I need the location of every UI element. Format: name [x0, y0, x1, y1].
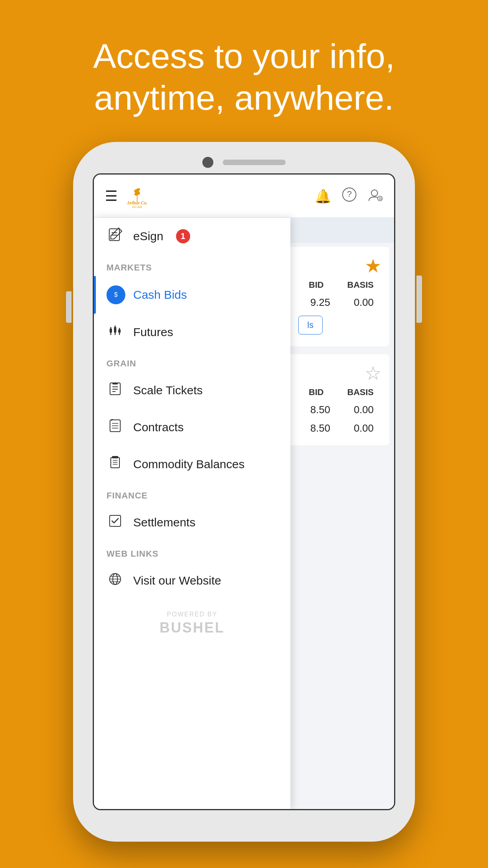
phone-screen: ☰ Arthur Co. est.1906 🔔 — [93, 173, 395, 810]
svg-point-8 — [371, 190, 378, 196]
favorite-star-empty[interactable]: ☆ — [365, 362, 382, 384]
svg-text:?: ? — [347, 189, 352, 199]
svg-text:⚙: ⚙ — [378, 197, 382, 201]
phone-top — [202, 157, 286, 168]
scale-tickets-icon — [106, 381, 124, 399]
view-details-button[interactable]: ls — [298, 316, 323, 335]
sidebar-item-commodity-balances[interactable]: Commodity Balances — [94, 446, 290, 483]
svg-rect-21 — [118, 329, 121, 333]
app-bar-left: ☰ Arthur Co. est.1906 — [105, 184, 157, 208]
esign-icon — [106, 227, 124, 245]
sidebar-item-settlements[interactable]: Settlements — [94, 504, 290, 541]
commodity-balances-icon — [106, 455, 124, 473]
favorite-star-filled[interactable]: ★ — [365, 255, 382, 277]
sidebar-item-contracts[interactable]: Contracts — [94, 409, 290, 446]
powered-by-brand: BUSHEL — [160, 620, 225, 636]
section-label-finance: FINANCE — [94, 483, 290, 504]
headline-line1: Access to your info, — [93, 37, 395, 75]
svg-text:Arthur Co.: Arthur Co. — [127, 200, 147, 206]
sidebar-item-futures[interactable]: Futures — [94, 314, 290, 351]
settlements-label: Settlements — [133, 516, 195, 529]
contracts-label: Contracts — [133, 421, 183, 434]
notification-button[interactable]: 🔔 — [315, 188, 331, 204]
basis-column-header: BASIS — [347, 280, 374, 290]
futures-icon — [106, 323, 124, 341]
bid-value-2b: 8.50 — [310, 422, 330, 434]
settlements-icon — [106, 513, 124, 531]
headline: Access to your info, anytime, anywhere. — [0, 0, 488, 142]
headline-line2: anytime, anywhere. — [94, 78, 394, 117]
section-label-web-links: WEB LINKS — [94, 541, 290, 562]
active-indicator — [94, 276, 96, 314]
scale-tickets-label: Scale Tickets — [133, 384, 203, 397]
sidebar-item-esign[interactable]: eSign 1 — [94, 218, 290, 255]
bid-value-1: 9.25 — [310, 296, 330, 309]
phone-mockup: ☰ Arthur Co. est.1906 🔔 — [73, 142, 415, 842]
basis-value-2b: 0.00 — [354, 422, 374, 434]
website-label: Visit our Website — [133, 574, 221, 587]
section-label-grain: GRAIN — [94, 351, 290, 372]
basis-column-header-2: BASIS — [347, 387, 374, 397]
svg-text:est.1906: est.1906 — [132, 205, 142, 208]
menu-icon[interactable]: ☰ — [105, 188, 117, 204]
sidebar-item-cash-bids[interactable]: $ Cash Bids — [94, 276, 290, 314]
screen-body: 5 AM ★ BID BASIS 9.25 0.00 — [94, 218, 394, 809]
account-settings-button[interactable]: ⚙ — [367, 188, 383, 205]
price-card-1: ★ BID BASIS 9.25 0.00 ls — [283, 247, 389, 346]
app-logo: Arthur Co. est.1906 — [117, 184, 157, 208]
powered-by: POWERED BY BUSHEL — [94, 599, 290, 644]
bid-column-header: BID — [309, 280, 324, 290]
cash-bids-label: Cash Bids — [133, 288, 187, 302]
esign-label: eSign — [133, 230, 163, 243]
cash-bids-icon: $ — [106, 285, 124, 304]
app-bar: ☰ Arthur Co. est.1906 🔔 — [94, 175, 394, 218]
phone-camera — [202, 157, 213, 168]
price-card-2: ☆ BID BASIS 8.50 0.00 8.50 0.00 — [283, 354, 389, 445]
section-label-markets: MARKETS — [94, 255, 290, 276]
svg-rect-35 — [110, 515, 121, 526]
powered-by-label: POWERED BY — [94, 611, 290, 618]
sidebar-item-website[interactable]: Visit our Website — [94, 562, 290, 599]
esign-badge: 1 — [176, 229, 190, 243]
phone-speaker — [223, 160, 286, 165]
contracts-icon — [106, 418, 124, 436]
app-bar-right: 🔔 ? ⚙ — [315, 188, 383, 205]
bid-value-2a: 8.50 — [310, 404, 330, 416]
sidebar-item-scale-tickets[interactable]: Scale Tickets — [94, 372, 290, 409]
svg-text:$: $ — [114, 291, 118, 298]
commodity-balances-label: Commodity Balances — [133, 458, 244, 471]
website-icon — [106, 572, 124, 590]
svg-rect-17 — [110, 329, 112, 333]
svg-rect-34 — [112, 456, 118, 458]
svg-rect-19 — [114, 327, 116, 333]
futures-label: Futures — [133, 326, 173, 339]
sidebar: eSign 1 MARKETS $ — [94, 218, 290, 809]
basis-value-1: 0.00 — [354, 296, 374, 309]
bid-column-header-2: BID — [309, 387, 324, 397]
svg-rect-30 — [111, 458, 119, 468]
basis-value-2a: 0.00 — [354, 404, 374, 416]
help-button[interactable]: ? — [342, 188, 356, 205]
